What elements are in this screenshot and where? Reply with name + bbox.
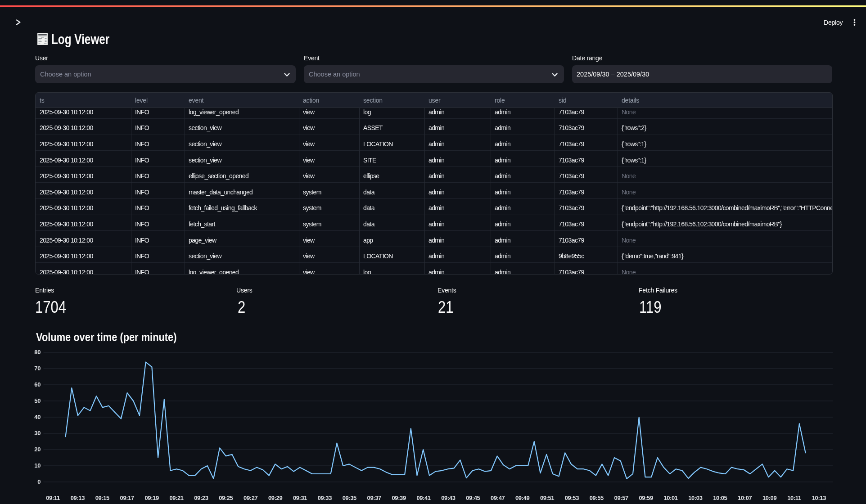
svg-text:10:01: 10:01 xyxy=(663,495,677,501)
svg-text:09:57: 09:57 xyxy=(614,495,628,501)
svg-text:09:43: 09:43 xyxy=(441,495,455,501)
svg-text:10:07: 10:07 xyxy=(738,495,752,501)
svg-text:09:21: 09:21 xyxy=(169,495,183,501)
svg-text:09:47: 09:47 xyxy=(491,495,505,501)
svg-text:09:37: 09:37 xyxy=(367,495,381,501)
svg-text:09:29: 09:29 xyxy=(268,495,282,501)
svg-text:10:09: 10:09 xyxy=(762,495,776,501)
svg-text:09:45: 09:45 xyxy=(466,495,480,501)
svg-text:09:15: 09:15 xyxy=(95,495,109,501)
svg-text:0: 0 xyxy=(37,478,41,485)
svg-text:09:51: 09:51 xyxy=(540,495,554,501)
svg-text:10:11: 10:11 xyxy=(787,495,801,501)
svg-text:10: 10 xyxy=(34,462,41,469)
svg-text:09:39: 09:39 xyxy=(392,495,406,501)
svg-text:09:31: 09:31 xyxy=(293,495,307,501)
svg-text:40: 40 xyxy=(34,414,41,420)
svg-text:10:03: 10:03 xyxy=(688,495,702,501)
svg-text:09:11: 09:11 xyxy=(46,495,60,501)
svg-text:09:35: 09:35 xyxy=(343,495,356,501)
svg-text:09:55: 09:55 xyxy=(590,495,604,501)
svg-text:70: 70 xyxy=(34,365,41,372)
svg-text:10:05: 10:05 xyxy=(713,495,727,501)
svg-text:30: 30 xyxy=(34,430,41,436)
svg-text:09:33: 09:33 xyxy=(318,495,332,501)
svg-text:09:17: 09:17 xyxy=(120,495,134,501)
svg-text:80: 80 xyxy=(34,349,41,356)
svg-text:09:59: 09:59 xyxy=(639,495,653,501)
svg-text:09:41: 09:41 xyxy=(416,495,430,501)
svg-text:20: 20 xyxy=(34,446,41,453)
svg-text:09:23: 09:23 xyxy=(194,495,208,501)
svg-text:60: 60 xyxy=(34,381,41,388)
svg-text:09:13: 09:13 xyxy=(71,495,85,501)
svg-text:10:13: 10:13 xyxy=(812,495,826,501)
svg-text:09:49: 09:49 xyxy=(515,495,529,501)
svg-text:09:27: 09:27 xyxy=(244,495,257,501)
svg-text:09:19: 09:19 xyxy=(144,495,158,501)
svg-text:09:25: 09:25 xyxy=(219,495,233,501)
svg-text:09:53: 09:53 xyxy=(565,495,579,501)
svg-text:50: 50 xyxy=(34,397,41,404)
